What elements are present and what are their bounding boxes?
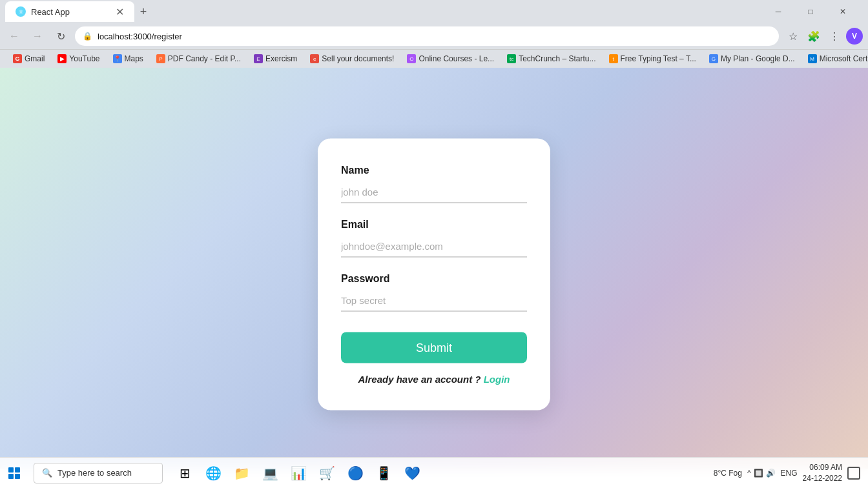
password-field-group: Password: [341, 273, 527, 312]
app1-icon[interactable]: 📱: [369, 459, 398, 487]
email-input[interactable]: [341, 236, 527, 258]
vscode-icon[interactable]: 💙: [398, 459, 426, 487]
clock-time: 06:09 AM: [803, 462, 842, 473]
extensions-button[interactable]: 🧩: [805, 27, 823, 45]
browser-chrome: ⚛ React App ✕ + ─ □ ✕ ← → ↻ 🔒 localhost:…: [0, 0, 868, 61]
bookmark-techcrunch[interactable]: tc TechCrunch – Startu...: [502, 53, 601, 65]
profile-avatar[interactable]: V: [846, 28, 863, 45]
register-card: Name Email Password Submit Already have …: [318, 139, 550, 411]
url-text: localhost:3000/register: [98, 32, 182, 41]
language-indicator: ENG: [781, 469, 798, 478]
bookmark-youtube[interactable]: ▶ YouTube: [52, 53, 105, 65]
search-icon: 🔍: [42, 468, 52, 478]
start-button[interactable]: [0, 459, 28, 487]
bookmarks-button[interactable]: ☆: [784, 27, 802, 45]
forward-button[interactable]: →: [28, 27, 46, 45]
maximize-button[interactable]: □: [796, 1, 825, 22]
chevron-icon[interactable]: ^: [747, 469, 751, 478]
windows-logo: [8, 467, 20, 479]
email-field-group: Email: [341, 219, 527, 258]
toolbar-right: ☆ 🧩 ⋮ V: [784, 27, 863, 45]
clock-date: 24-12-2022: [803, 473, 842, 484]
taskbar: 🔍 Type here to search ⊞ 🌐 📁 💻 📊 🛒 🔵 📱 💙 …: [0, 457, 868, 488]
notification-center[interactable]: [847, 467, 860, 480]
bookmark-microsoft[interactable]: M Microsoft Certified:...: [803, 53, 868, 65]
login-prompt: Already have an account ? Login: [341, 374, 527, 385]
name-field-group: Name: [341, 165, 527, 203]
system-clock[interactable]: 06:09 AM 24-12-2022: [803, 462, 842, 484]
address-bar-row: ← → ↻ 🔒 localhost:3000/register ☆ 🧩 ⋮ V: [0, 23, 868, 49]
taskview-button[interactable]: ⊞: [170, 459, 199, 487]
active-tab[interactable]: ⚛ React App ✕: [5, 1, 134, 22]
new-tab-button[interactable]: +: [134, 3, 152, 21]
chrome-icon[interactable]: 🔵: [341, 459, 369, 487]
password-label: Password: [341, 273, 527, 285]
tab-close-button[interactable]: ✕: [116, 6, 124, 18]
tab-favicon: ⚛: [16, 6, 26, 17]
system-icons: ^ 🔲 🔊: [747, 469, 776, 478]
close-button[interactable]: ✕: [828, 1, 858, 22]
network-icon[interactable]: 🔲: [754, 469, 763, 478]
bookmark-pdfcandy[interactable]: P PDF Candy - Edit P...: [151, 53, 246, 65]
password-input[interactable]: [341, 290, 527, 312]
minimize-button[interactable]: ─: [763, 1, 793, 22]
file-explorer-icon[interactable]: 📁: [227, 459, 256, 487]
bookmark-googleplan[interactable]: G My Plan - Google D...: [704, 53, 800, 65]
address-bar[interactable]: 🔒 localhost:3000/register: [75, 26, 779, 46]
bookmarks-bar: G Gmail ▶ YouTube 📍 Maps P PDF Candy - E…: [0, 49, 868, 68]
edge-browser-icon[interactable]: 🌐: [199, 459, 227, 487]
back-button[interactable]: ←: [5, 27, 23, 45]
submit-button[interactable]: Submit: [341, 332, 527, 363]
store-icon[interactable]: 🛒: [313, 459, 341, 487]
bookmark-courses[interactable]: O Online Courses - Le...: [402, 53, 499, 65]
tab-title: React App: [31, 7, 70, 17]
browser-menu-button[interactable]: ⋮: [825, 27, 843, 45]
bookmark-sell[interactable]: e Sell your documents!: [305, 53, 399, 65]
dell-icon[interactable]: 💻: [256, 459, 284, 487]
volume-icon[interactable]: 🔊: [766, 469, 776, 478]
lock-icon: 🔒: [83, 32, 92, 41]
tab-bar: ⚛ React App ✕ + ─ □ ✕: [0, 0, 868, 23]
microsoft365-icon[interactable]: 📊: [284, 459, 313, 487]
already-account-text: Already have an account ?: [358, 374, 480, 385]
taskbar-right: 8°C Fog ^ 🔲 🔊 ENG 06:09 AM 24-12-2022: [714, 462, 868, 484]
bookmark-exercism[interactable]: E Exercism: [249, 53, 302, 65]
search-placeholder: Type here to search: [57, 468, 132, 478]
bookmark-maps[interactable]: 📍 Maps: [108, 53, 149, 65]
weather-text: 8°C Fog: [714, 469, 742, 478]
name-label: Name: [341, 165, 527, 176]
login-link[interactable]: Login: [484, 374, 510, 385]
bookmark-typing[interactable]: t Free Typing Test – T...: [604, 53, 701, 65]
taskbar-icons: ⊞ 🌐 📁 💻 📊 🛒 🔵 📱 💙: [170, 459, 426, 487]
taskbar-search[interactable]: 🔍 Type here to search: [34, 463, 163, 483]
reload-button[interactable]: ↻: [52, 27, 70, 45]
email-label: Email: [341, 219, 527, 230]
system-tray: 8°C Fog: [714, 469, 742, 478]
window-controls: ─ □ ✕: [763, 1, 863, 22]
name-input[interactable]: [341, 181, 527, 203]
bookmark-gmail[interactable]: G Gmail: [8, 53, 50, 65]
